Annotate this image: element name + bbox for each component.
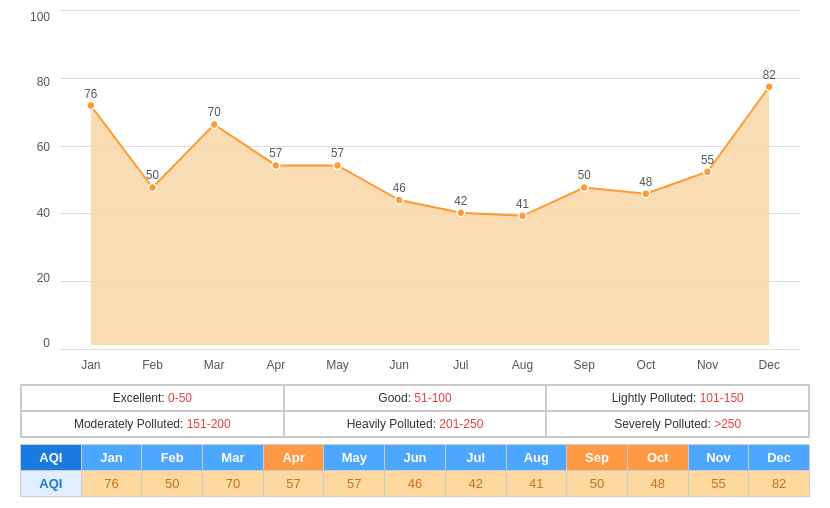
- x-label-mar: Mar: [183, 358, 245, 372]
- legend-label-severely: Severely Polluted:: [614, 417, 714, 431]
- legend-range-heavily: 201-250: [439, 417, 483, 431]
- legend-lightly: Lightly Polluted: 101-150: [546, 385, 809, 411]
- svg-text:55: 55: [701, 153, 714, 167]
- legend-range-moderately: 151-200: [187, 417, 231, 431]
- chart-wrapper: 100 80 60 40 20 0 7650705757464241504855…: [20, 10, 810, 380]
- legend-good: Good: 51-100: [284, 385, 547, 411]
- table-header-aug: Aug: [506, 445, 567, 471]
- table-header-jan: Jan: [81, 445, 142, 471]
- svg-text:41: 41: [516, 197, 529, 211]
- svg-text:57: 57: [331, 146, 344, 160]
- legend-row-2: Moderately Polluted: 151-200 Heavily Pol…: [21, 411, 809, 437]
- table-data-row: AQI 76 50 70 57 57 46 42 41 50 48 55 82: [21, 471, 810, 497]
- svg-text:82: 82: [763, 68, 776, 82]
- table-header-jul: Jul: [445, 445, 506, 471]
- svg-point-9: [334, 161, 342, 169]
- line-chart-svg: 765070575746424150485582: [60, 10, 800, 350]
- svg-text:57: 57: [269, 146, 282, 160]
- table-header-dec: Dec: [749, 445, 810, 471]
- legend-label-moderately: Moderately Polluted:: [74, 417, 187, 431]
- legend-label-good: Good:: [378, 391, 414, 405]
- table-val-may: 57: [324, 471, 385, 497]
- svg-text:46: 46: [393, 181, 406, 195]
- table-val-sep: 50: [567, 471, 628, 497]
- x-label-nov: Nov: [677, 358, 739, 372]
- y-axis: 100 80 60 40 20 0: [20, 10, 55, 350]
- svg-text:70: 70: [208, 105, 221, 119]
- svg-point-23: [765, 83, 773, 91]
- x-label-apr: Apr: [245, 358, 307, 372]
- x-label-jul: Jul: [430, 358, 492, 372]
- table-header-mar: Mar: [203, 445, 264, 471]
- legend-heavily: Heavily Polluted: 201-250: [284, 411, 547, 437]
- svg-point-21: [704, 168, 712, 176]
- svg-point-3: [149, 184, 157, 192]
- table-header-aqi: AQI: [21, 445, 82, 471]
- svg-point-7: [272, 161, 280, 169]
- x-label-sep: Sep: [553, 358, 615, 372]
- table-val-oct: 48: [627, 471, 688, 497]
- legend-label-excellent: Excellent:: [113, 391, 168, 405]
- table-header-row: AQI Jan Feb Mar Apr May Jun Jul Aug Sep …: [21, 445, 810, 471]
- x-label-aug: Aug: [492, 358, 554, 372]
- table-val-jul: 42: [445, 471, 506, 497]
- y-label-0: 0: [43, 336, 50, 350]
- legend-row-1: Excellent: 0-50 Good: 51-100 Lightly Pol…: [21, 385, 809, 411]
- x-label-dec: Dec: [738, 358, 800, 372]
- legend-area: Excellent: 0-50 Good: 51-100 Lightly Pol…: [20, 384, 810, 438]
- svg-point-13: [457, 209, 465, 217]
- y-label-80: 80: [37, 75, 50, 89]
- legend-range-good: 51-100: [414, 391, 451, 405]
- y-label-40: 40: [37, 206, 50, 220]
- svg-text:50: 50: [146, 168, 159, 182]
- x-label-jun: Jun: [368, 358, 430, 372]
- svg-point-1: [87, 102, 95, 110]
- table-val-dec: 82: [749, 471, 810, 497]
- table-header-oct: Oct: [627, 445, 688, 471]
- table-header-nov: Nov: [688, 445, 749, 471]
- x-label-oct: Oct: [615, 358, 677, 372]
- legend-excellent: Excellent: 0-50: [21, 385, 284, 411]
- x-axis: Jan Feb Mar Apr May Jun Jul Aug Sep Oct …: [60, 350, 800, 380]
- legend-severely: Severely Polluted: >250: [546, 411, 809, 437]
- legend-range-lightly: 101-150: [700, 391, 744, 405]
- svg-point-17: [580, 184, 588, 192]
- svg-point-19: [642, 190, 650, 198]
- table-val-jun: 46: [385, 471, 446, 497]
- table-val-mar: 70: [203, 471, 264, 497]
- svg-marker-0: [91, 87, 769, 345]
- legend-label-lightly: Lightly Polluted:: [612, 391, 700, 405]
- svg-text:76: 76: [84, 86, 97, 100]
- table-val-nov: 55: [688, 471, 749, 497]
- svg-point-5: [210, 121, 218, 129]
- legend-range-severely: >250: [714, 417, 741, 431]
- table-header-sep: Sep: [567, 445, 628, 471]
- svg-text:50: 50: [578, 168, 591, 182]
- main-container: 100 80 60 40 20 0 7650705757464241504855…: [0, 0, 830, 497]
- x-label-jan: Jan: [60, 358, 122, 372]
- x-label-feb: Feb: [122, 358, 184, 372]
- table-val-apr: 57: [263, 471, 324, 497]
- table-header-jun: Jun: [385, 445, 446, 471]
- table-row-label: AQI: [21, 471, 82, 497]
- y-label-20: 20: [37, 271, 50, 285]
- table-header-apr: Apr: [263, 445, 324, 471]
- table-header-feb: Feb: [142, 445, 203, 471]
- table-header-may: May: [324, 445, 385, 471]
- x-label-may: May: [307, 358, 369, 372]
- y-label-100: 100: [30, 10, 50, 24]
- svg-point-15: [519, 212, 527, 220]
- table-val-feb: 50: [142, 471, 203, 497]
- table-val-jan: 76: [81, 471, 142, 497]
- legend-moderately: Moderately Polluted: 151-200: [21, 411, 284, 437]
- legend-range-excellent: 0-50: [168, 391, 192, 405]
- chart-area: 100 80 60 40 20 0 7650705757464241504855…: [60, 10, 800, 380]
- legend-label-heavily: Heavily Polluted:: [347, 417, 440, 431]
- svg-point-11: [395, 196, 403, 204]
- svg-text:42: 42: [454, 194, 467, 208]
- y-label-60: 60: [37, 140, 50, 154]
- data-table: AQI Jan Feb Mar Apr May Jun Jul Aug Sep …: [20, 444, 810, 497]
- svg-text:48: 48: [639, 175, 652, 189]
- table-val-aug: 41: [506, 471, 567, 497]
